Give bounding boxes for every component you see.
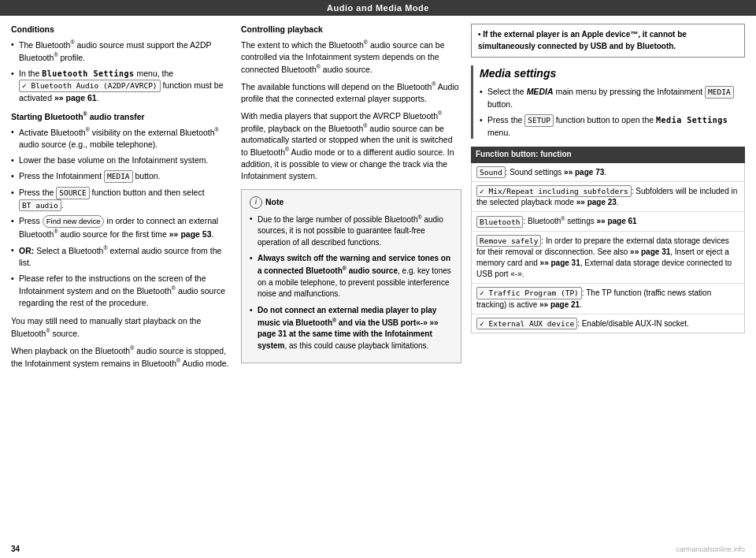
media-item-2: Press the SETUP function button to open … [480,114,745,139]
function-table-body: Sound: Sound settings »» page 73. ✓ Mix/… [471,163,745,333]
controlling-text-2: The available functions will depend on t… [241,80,461,105]
apple-warning-text: • If the external player is an Apple dev… [478,30,687,50]
note-item-1: Due to the large number of possible Blue… [250,214,453,249]
function-row-sound: Sound: Sound settings »» page 73. [472,163,744,182]
conditions-item-2: In the Bluetooth Settings menu, the ✓ Bl… [11,68,232,104]
media-item-1: Select the MEDIA main menu by pressing t… [480,86,745,110]
left-column: Conditions The Bluetooth® audio source m… [11,24,232,550]
function-row-mix: ✓ Mix/Repeat including subfolders: Subfo… [472,182,744,212]
bt-item-3: Press the Infotainment MEDIA button. [11,170,232,183]
bt-item-7: Please refer to the instructions on the … [11,273,232,309]
function-btn-remove: Remove safely [476,235,541,247]
function-btn-bluetooth: Bluetooth [476,216,523,228]
function-btn-aux: ✓ External AUX device [476,318,577,329]
note-icon: i [250,196,262,209]
note-box: i Note Due to the large number of possib… [241,189,461,363]
page-number: 34 [11,545,20,553]
controlling-title: Controlling playback [241,24,461,35]
conditions-title: Conditions [11,24,232,35]
note-item-3: Do not connect an external media player … [250,305,453,352]
bt-item-4: Press the SOURCE function button and the… [11,187,232,212]
apple-warning-box: • If the external player is an Apple dev… [471,24,745,58]
function-btn-mix: ✓ Mix/Repeat including subfolders [476,185,632,197]
note-header: i Note [250,196,453,209]
bt-item-1: Activate Bluetooth® visibility on the ex… [11,126,232,151]
bt-item-2: Lower the base volume on the Infotainmen… [11,154,232,166]
playback-note-2: When playback on the Bluetooth® audio so… [11,344,232,369]
media-settings-title: Media settings [480,65,745,81]
controlling-text-3: With media players that support the AVRC… [241,110,461,183]
right-column: • If the external player is an Apple dev… [471,24,745,550]
website-watermark: carmanualsonline.info [676,545,745,553]
function-btn-sound: Sound [476,166,506,178]
conditions-item-1: The Bluetooth® audio source must support… [11,39,232,63]
function-row-tp: ✓ Traffic Program (TP): The TP function … [472,284,744,314]
middle-column: Controlling playback The extent to which… [241,24,461,550]
function-row-remove: Remove safely: In order to prepare the e… [472,232,744,284]
media-settings-section: Media settings Select the MEDIA main men… [471,65,745,139]
function-table: Function button: function Sound: Sound s… [471,147,745,333]
content-area: Conditions The Bluetooth® audio source m… [0,16,756,558]
bluetooth-transfer-title: Starting Bluetooth® audio transfer [11,110,232,123]
bt-item-6: OR: Select a Bluetooth® external audio s… [11,244,232,269]
page: Audio and Media Mode Conditions The Blue… [0,0,756,558]
function-row-aux: ✓ External AUX device: Enable/disable AU… [472,314,744,333]
note-item-2: Always switch off the warning and servic… [250,253,453,299]
function-btn-tp: ✓ Traffic Program (TP) [476,287,582,299]
controlling-text-1: The extent to which the Bluetooth® audio… [241,39,461,76]
bt-item-5: Press Find new device in order to connec… [11,215,232,240]
function-row-bluetooth: Bluetooth: Bluetooth® settings »» page 6… [472,212,744,232]
playback-note-1: You may still need to manually start pla… [11,315,232,340]
note-label: Note [265,196,284,208]
header-title: Audio and Media Mode [327,3,429,13]
function-table-header: Function button: function [471,147,745,163]
header-bar: Audio and Media Mode [0,0,756,16]
